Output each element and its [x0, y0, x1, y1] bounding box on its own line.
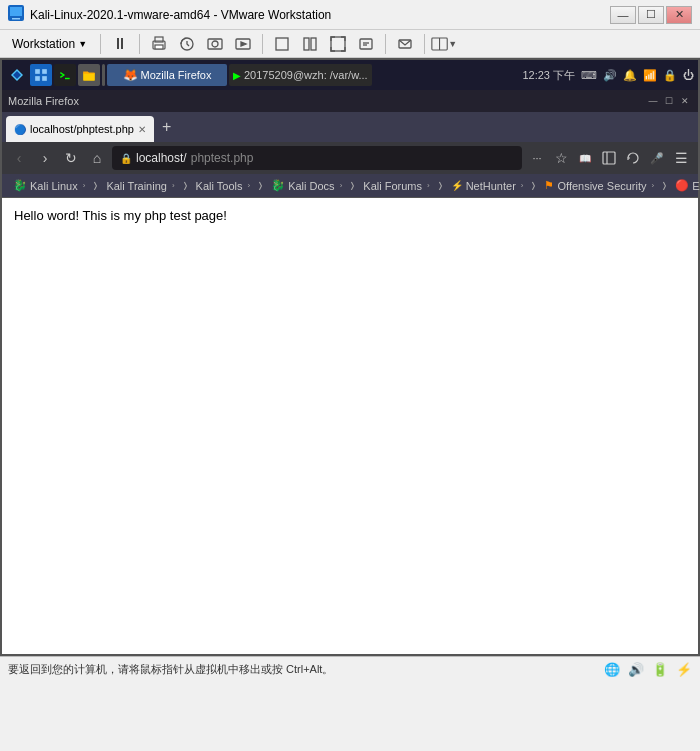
- toolbar-group-view: [145, 32, 257, 56]
- terminal-icon: ▶: [233, 70, 241, 81]
- firefox-favicon: 🦊: [123, 68, 138, 82]
- menu-button[interactable]: ☰: [670, 147, 692, 169]
- network-status-icon[interactable]: 🌐: [604, 662, 620, 677]
- bookmark-star-button[interactable]: ☆: [550, 147, 572, 169]
- toolbar-separator-3: [262, 34, 263, 54]
- settings-button[interactable]: [352, 32, 380, 56]
- bookmark-kali-tools-chevron: ›: [247, 181, 250, 190]
- statusbar: 要返回到您的计算机，请将鼠标指针从虚拟机中移出或按 Ctrl+Alt。 🌐 🔊 …: [0, 656, 700, 682]
- svg-point-9: [212, 41, 218, 47]
- sync-button[interactable]: [622, 147, 644, 169]
- kali-dragon-icon[interactable]: [6, 64, 28, 86]
- history-button[interactable]: [173, 32, 201, 56]
- single-view-button[interactable]: [268, 32, 296, 56]
- back-button[interactable]: ‹: [8, 147, 30, 169]
- workstation-menu[interactable]: Workstation ▼: [4, 35, 95, 53]
- forward-button[interactable]: ›: [34, 147, 56, 169]
- view-toggle-button[interactable]: ▼: [430, 32, 458, 56]
- notification-icon[interactable]: 🔔: [623, 69, 637, 82]
- firefox-tab-phptest[interactable]: 🔵 localhost/phptest.php ✕: [6, 116, 154, 142]
- close-button[interactable]: ✕: [666, 6, 692, 24]
- offensive-security-favicon: ⚑: [544, 179, 554, 192]
- toolbar-separator-1: [100, 34, 101, 54]
- record-button[interactable]: [229, 32, 257, 56]
- kali-terminal-taskbar[interactable]: ▶ 20175209@wzh: /var/w...: [229, 64, 372, 86]
- bookmark-exploit-db[interactable]: 🔴 Exploit-DB: [670, 177, 700, 194]
- ff-minimize-button[interactable]: —: [646, 94, 660, 108]
- extensions-button[interactable]: ···: [526, 147, 548, 169]
- new-tab-button[interactable]: +: [156, 118, 177, 136]
- volume-icon[interactable]: 🔊: [603, 69, 617, 82]
- titlebar-icon: [8, 5, 24, 24]
- battery-status-icon[interactable]: 🔋: [652, 662, 668, 677]
- send-button[interactable]: [391, 32, 419, 56]
- kali-browser-icon[interactable]: [102, 64, 105, 86]
- terminal-taskbar-label: 20175209@wzh: /var/w...: [244, 69, 368, 81]
- svg-rect-13: [304, 38, 309, 50]
- svg-rect-32: [603, 152, 615, 164]
- bookmark-kali-tools[interactable]: Kali Tools ›: [191, 178, 256, 194]
- bookmark-nethunter-icon: ⚡: [451, 180, 463, 191]
- firefox-bookmarks-bar: 🐉 Kali Linux › ❭ Kali Training › ❭ Kali …: [2, 174, 698, 198]
- bookmark-separator-7: ❭: [661, 181, 668, 190]
- screenshot-button[interactable]: [201, 32, 229, 56]
- power-icon[interactable]: ⏻: [683, 69, 694, 81]
- bookmark-kali-docs[interactable]: 🐉 Kali Docs ›: [266, 177, 347, 194]
- usb-status-icon[interactable]: ⚡: [676, 662, 692, 677]
- bookmark-kali-forums[interactable]: Kali Forums ›: [358, 178, 434, 194]
- svg-rect-16: [360, 39, 372, 49]
- bookmark-nethunter[interactable]: ⚡ NetHunter ›: [446, 178, 529, 194]
- workstation-dropdown-icon: ▼: [78, 39, 87, 49]
- bookmark-separator-6: ❭: [530, 181, 537, 190]
- bookmark-nethunter-chevron: ›: [521, 181, 524, 190]
- titlebar: Kali-Linux-2020.1-vmware-amd64 - VMware …: [0, 0, 700, 30]
- svg-rect-1: [10, 7, 22, 16]
- vm-clock: 12:23 下午: [522, 68, 575, 83]
- split-view-button[interactable]: [296, 32, 324, 56]
- svg-rect-31: [83, 73, 95, 81]
- ff-close-button[interactable]: ✕: [678, 94, 692, 108]
- window-controls: — ☐ ✕: [610, 6, 692, 24]
- firefox-window-title: Mozilla Firefox: [8, 95, 79, 107]
- firefox-taskbar-label: Mozilla Firefox: [141, 69, 212, 81]
- minimize-button[interactable]: —: [610, 6, 636, 24]
- bookmark-kali-docs-chevron: ›: [340, 181, 343, 190]
- bookmark-exploit-db-label: Exploit-DB: [692, 180, 700, 192]
- url-bar[interactable]: 🔒 localhost/phptest.php: [112, 146, 522, 170]
- svg-rect-12: [276, 38, 288, 50]
- ff-maximize-button[interactable]: ☐: [662, 94, 676, 108]
- url-scheme: localhost/: [136, 151, 187, 165]
- reader-view-button[interactable]: 📖: [574, 147, 596, 169]
- keyboard-icon[interactable]: ⌨: [581, 69, 597, 82]
- print-button[interactable]: [145, 32, 173, 56]
- bookmark-kali-training[interactable]: Kali Training ›: [101, 178, 179, 194]
- bookmark-kali-forums-chevron: ›: [427, 181, 430, 190]
- svg-rect-25: [42, 69, 47, 74]
- toolbar-group-media: ⏸: [106, 32, 134, 56]
- maximize-button[interactable]: ☐: [638, 6, 664, 24]
- home-button[interactable]: ⌂: [86, 147, 108, 169]
- kali-terminal-icon[interactable]: [54, 64, 76, 86]
- bookmark-separator-4: ❭: [349, 181, 356, 190]
- url-lock-icon: 🔒: [120, 153, 132, 164]
- kali-appfinder-icon[interactable]: [30, 64, 52, 86]
- kali-files-icon[interactable]: [78, 64, 100, 86]
- lock-icon[interactable]: 🔒: [663, 69, 677, 82]
- network-icon[interactable]: 📶: [643, 69, 657, 82]
- pause-button[interactable]: ⏸: [106, 32, 134, 56]
- kali-firefox-taskbar[interactable]: 🦊 Mozilla Firefox: [107, 64, 227, 86]
- fullscreen-button[interactable]: [324, 32, 352, 56]
- statusbar-right: 🌐 🔊 🔋 ⚡: [604, 662, 692, 677]
- bookmark-offensive-security[interactable]: ⚑ Offensive Security ›: [539, 177, 659, 194]
- sidebar-button[interactable]: [598, 147, 620, 169]
- svg-rect-6: [155, 45, 163, 49]
- bookmark-kali-docs-label: Kali Docs: [288, 180, 334, 192]
- bookmark-kali-tools-label: Kali Tools: [196, 180, 243, 192]
- microphone-button[interactable]: 🎤: [646, 147, 668, 169]
- bookmark-separator-3: ❭: [257, 181, 264, 190]
- audio-status-icon[interactable]: 🔊: [628, 662, 644, 677]
- reload-button[interactable]: ↻: [60, 147, 82, 169]
- firefox-window-controls: — ☐ ✕: [646, 94, 692, 108]
- bookmark-kali-linux[interactable]: 🐉 Kali Linux ›: [8, 177, 90, 194]
- tab-close-button[interactable]: ✕: [138, 124, 146, 135]
